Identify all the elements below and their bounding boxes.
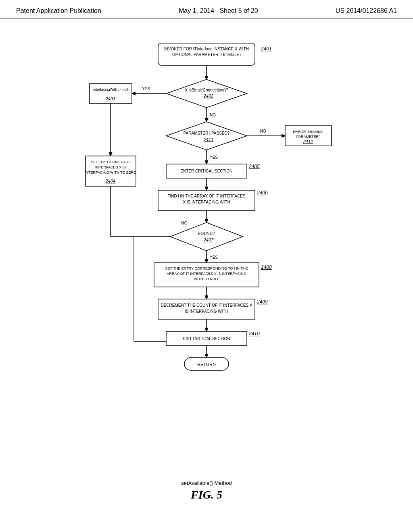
svg-text:ERROR "MISSING: ERROR "MISSING [293, 130, 323, 134]
svg-text:2403: 2403 [105, 96, 116, 101]
flowchart-caption: setAvailable() Method [181, 480, 232, 486]
svg-text:WITH TO NULL: WITH TO NULL [194, 277, 219, 281]
svg-marker-37 [170, 222, 243, 251]
svg-text:YES: YES [210, 155, 218, 160]
svg-text:INTERFACING WITH TO ZERO: INTERFACING WITH TO ZERO [85, 170, 136, 175]
svg-text:EXIT CRITICAL SECTION: EXIT CRITICAL SECTION [183, 337, 230, 341]
svg-text:NO: NO [260, 129, 266, 133]
svg-text:FIND i IN THE ARRAY OF IT INTE: FIND i IN THE ARRAY OF IT INTERFACES [167, 194, 246, 198]
svg-text:2404: 2404 [105, 179, 115, 183]
page-header: Patent Application Publication May 1, 20… [0, 0, 413, 19]
svg-text:IS INTERFACING WITH: IS INTERFACING WITH [185, 309, 228, 314]
svg-marker-16 [166, 122, 247, 150]
svg-text:2408: 2408 [261, 264, 272, 270]
svg-text:2410: 2410 [248, 331, 260, 337]
svg-text:SET THE COUNT OF IT: SET THE COUNT OF IT [91, 160, 130, 164]
svg-text:ARRAY OF IT INTERFACES X IS IN: ARRAY OF IT INTERFACES X IS INTERFACING [167, 272, 246, 276]
svg-text:INVOKED FOR ITInterface INSTAN: INVOKED FOR ITInterface INSTANCE X WITH [164, 47, 249, 51]
header-left: Patent Application Publication [16, 7, 101, 15]
svg-text:interfacingWith := null: interfacingWith := null [93, 87, 128, 91]
svg-text:INTERFACES X IS: INTERFACES X IS [95, 165, 126, 169]
header-center: May 1, 2014 Sheet 5 of 20 [179, 7, 258, 15]
fig-label: FIG. 5 [191, 488, 222, 501]
svg-text:DECREMENT THE COUNT OF IT INTE: DECREMENT THE COUNT OF IT INTERFACES X [161, 303, 252, 308]
svg-text:2409: 2409 [257, 299, 268, 305]
svg-text:2412: 2412 [303, 139, 313, 144]
svg-text:YES: YES [210, 255, 218, 260]
svg-text:2401: 2401 [261, 46, 272, 52]
svg-text:SET THE ENTRY CORRESPONDING TO: SET THE ENTRY CORRESPONDING TO I IN THE [165, 266, 248, 270]
svg-text:2402: 2402 [203, 94, 213, 98]
svg-text:X.isSingleConnection()?: X.isSingleConnection()? [185, 88, 228, 92]
flowchart-container: INVOKED FOR ITInterface INSTANCE X WITH … [65, 39, 348, 464]
svg-text:X IS INTERFACING WITH: X IS INTERFACING WITH [183, 200, 230, 204]
header-right: US 2014/0122686 A1 [336, 7, 397, 15]
svg-text:PARAMETER": PARAMETER" [296, 135, 320, 139]
svg-text:2407: 2407 [203, 237, 214, 242]
svg-text:NO: NO [181, 221, 188, 225]
svg-text:2406: 2406 [257, 190, 268, 195]
main-content: INVOKED FOR ITInterface INSTANCE X WITH … [0, 19, 413, 513]
svg-text:RETURN: RETURN [197, 362, 216, 367]
svg-text:PARAMETER i PASSED?: PARAMETER i PASSED? [184, 131, 230, 135]
svg-text:2405: 2405 [248, 164, 260, 169]
svg-text:NO: NO [210, 113, 216, 117]
svg-text:2411: 2411 [203, 137, 213, 142]
svg-text:YES: YES [142, 87, 150, 91]
svg-text:ENTER CRITICAL SECTION: ENTER CRITICAL SECTION [180, 169, 232, 173]
svg-text:OPTIONAL PARAMETER ITInterface: OPTIONAL PARAMETER ITInterface i [172, 52, 241, 57]
svg-text:FOUND?: FOUND? [198, 231, 215, 236]
